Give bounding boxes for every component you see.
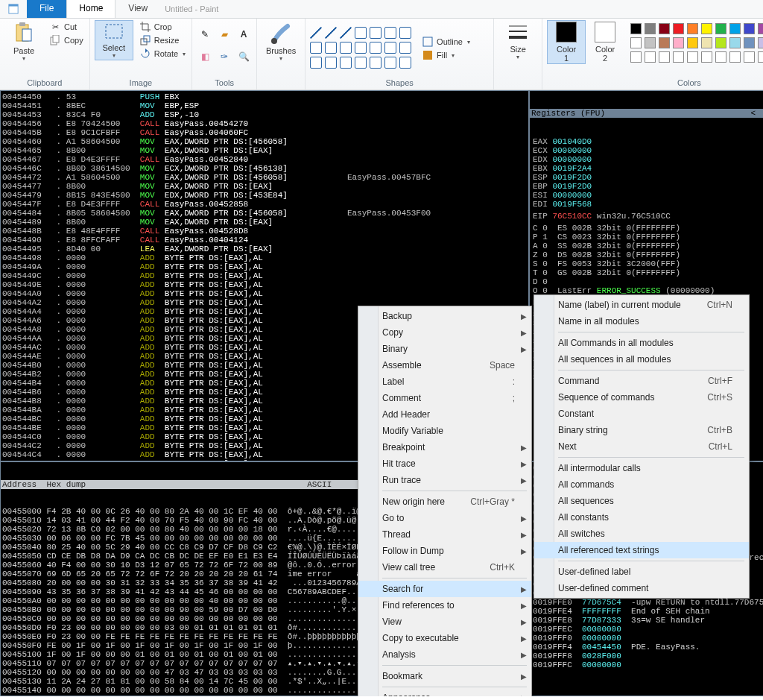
disasm-row[interactable]: 0045449C . 0000 ADD BYTE PTR DS:[EAX],AL [2,271,527,280]
disasm-row[interactable]: 00454456 . E8 70424500 CALL EasyPass.004… [2,119,527,128]
shape-item[interactable] [310,57,322,69]
fill-button[interactable]: Fill▾ [420,48,472,62]
menu-item[interactable]: Analysis▶ [358,646,531,663]
menu-item[interactable]: Copy to executable▶ [358,630,531,646]
disasm-row[interactable]: 0045448B . E8 48E4FFFF CALL EasyPass.004… [2,227,527,236]
search-for-submenu[interactable]: Name (label) in current moduleCtrl+NName… [534,294,750,599]
pane-controls[interactable]: < < > [750,109,763,118]
disasm-row[interactable]: 004544A0 . 0000 ADD BYTE PTR DS:[EAX],AL [2,289,527,298]
color1-button[interactable]: Color 1 [547,20,586,64]
menu-item[interactable]: Follow in Dump▶ [358,543,531,559]
shape-item[interactable] [399,27,411,39]
menu-item[interactable]: All intermodular calls [534,460,749,476]
menu-item[interactable]: Label: [358,373,531,390]
disasm-row[interactable]: 00454477 . 8B00 MOV EAX,DWORD PTR DS:[EA… [2,182,527,191]
color-swatch[interactable] [687,23,698,34]
select-button[interactable]: Select ▾ [95,20,133,60]
shape-item[interactable] [355,27,367,39]
color-swatch[interactable] [645,51,656,63]
stack-row[interactable]: 0019FFF4 00454450 PDE. EasyPass. [533,643,763,652]
shape-item[interactable] [370,42,382,54]
menu-item[interactable]: Binary stringCtrl+B [534,422,749,438]
shape-item[interactable] [399,57,411,69]
size-button[interactable]: Size ▾ [498,20,537,62]
stack-row[interactable]: 0019FFE4 FFFFFFFF End of SEH chain [533,607,763,616]
magnifier-icon[interactable]: 🔍 [235,47,252,66]
stack-row[interactable]: 0019FFFC 00000000 [533,660,763,669]
menu-item[interactable]: Backup▶ [358,308,531,324]
menu-item[interactable]: Comment; [358,390,531,406]
shape-item[interactable] [340,42,352,54]
shape-item[interactable] [384,42,396,54]
menu-item[interactable]: All commands [534,476,749,493]
disasm-row[interactable]: 00454490 . E8 8FFCFAFF CALL EasyPass.004… [2,236,527,245]
shape-item[interactable] [355,57,367,69]
menu-item[interactable]: Bookmark▶ [358,668,531,684]
text-icon[interactable]: A [235,25,252,44]
color-swatch[interactable] [758,51,763,63]
shape-item[interactable] [340,27,352,39]
shape-item[interactable] [355,42,367,54]
bucket-icon[interactable]: ▰ [216,25,232,44]
menu-item[interactable]: Find references to▶ [358,597,531,614]
color-swatch[interactable] [659,23,670,34]
menu-item[interactable]: All referenced text strings [534,542,749,558]
color-swatch[interactable] [729,37,741,48]
color-swatch[interactable] [687,51,698,63]
disasm-row[interactable]: 00454453 . 83C4 F0 ADD ESP,-10 [2,110,527,119]
disasm-row[interactable]: 00454479 . 8B15 843E4500 MOV EDX,DWORD P… [2,191,527,200]
color-swatch[interactable] [744,23,755,34]
disasm-row[interactable]: 00454498 . 0000 ADD BYTE PTR DS:[EAX],AL [2,253,527,262]
cut-button[interactable]: ✂Cut [48,20,85,34]
color-swatch[interactable] [729,51,741,63]
crop-button[interactable]: Crop [138,20,187,34]
color-swatch[interactable] [687,37,698,48]
tab-file[interactable]: File [27,0,66,18]
color-swatch[interactable] [659,51,670,63]
shape-item[interactable] [370,27,382,39]
color-swatch[interactable] [630,51,642,63]
shape-item[interactable] [384,57,396,69]
menu-item[interactable]: Search for▶ [358,581,531,597]
rotate-button[interactable]: Rotate▾ [138,47,187,60]
tab-view[interactable]: View [115,0,160,18]
paste-button[interactable]: Paste ▾ [4,20,43,63]
disasm-row[interactable]: 0045447F . E8 D4E3FFFF CALL EasyPass.004… [2,200,527,209]
color-swatch[interactable] [715,23,726,34]
disasm-row[interactable]: 00454467 . E8 D4E3FFFF CALL EasyPass.004… [2,155,527,164]
disasm-row[interactable]: 00454495 . 8D40 00 LEA EAX,DWORD PTR DS:… [2,245,527,253]
menu-item[interactable]: AssembleSpace [358,357,531,373]
color-swatch[interactable] [701,37,712,48]
menu-item[interactable]: Add Header [358,406,531,423]
menu-item[interactable]: Name (label) in current moduleCtrl+N [534,297,749,313]
resize-button[interactable]: Resize [138,34,187,47]
menu-item[interactable]: NextCtrl+L [534,438,749,455]
color-swatch[interactable] [744,37,755,48]
shape-item[interactable] [399,42,411,54]
color-swatch[interactable] [715,37,726,48]
menu-item[interactable]: All switches [534,526,749,542]
disasm-row[interactable]: 00454489 . 8B00 MOV EAX,DWORD PTR DS:[EA… [2,218,527,227]
color-swatch[interactable] [630,23,642,34]
tab-home[interactable]: Home [66,0,115,18]
menu-item[interactable]: Breakpoint▶ [358,439,531,455]
menu-item[interactable]: All constants [534,509,749,526]
menu-item[interactable]: Modify Variable [358,423,531,439]
color-swatch[interactable] [645,37,656,48]
disasm-row[interactable]: 00454484 . 8B05 58604500 MOV EAX,DWORD P… [2,209,527,218]
color-swatch[interactable] [715,51,726,63]
menu-item[interactable]: View call treeCtrl+K [358,559,531,576]
color-swatch[interactable] [729,23,741,34]
color-swatch[interactable] [673,37,684,48]
menu-item[interactable]: Sequence of commandsCtrl+S [534,389,749,406]
color-swatch[interactable] [645,23,656,34]
menu-item[interactable]: Hit trace▶ [358,455,531,472]
menu-item[interactable]: View▶ [358,614,531,630]
disasm-row[interactable]: 00454465 . 8B00 MOV EAX,DWORD PTR DS:[EA… [2,146,527,155]
shape-item[interactable] [370,57,382,69]
menu-item[interactable]: Run trace▶ [358,472,531,488]
menu-item[interactable]: Constant [534,406,749,422]
stack-row[interactable]: 0019FFF8 0028F000 [533,652,763,660]
disasm-row[interactable]: 00454451 . 8BEC MOV EBP,ESP [2,101,527,110]
disasm-row[interactable]: 00454472 . A1 58604500 MOV EAX,DWORD PTR… [2,173,527,182]
